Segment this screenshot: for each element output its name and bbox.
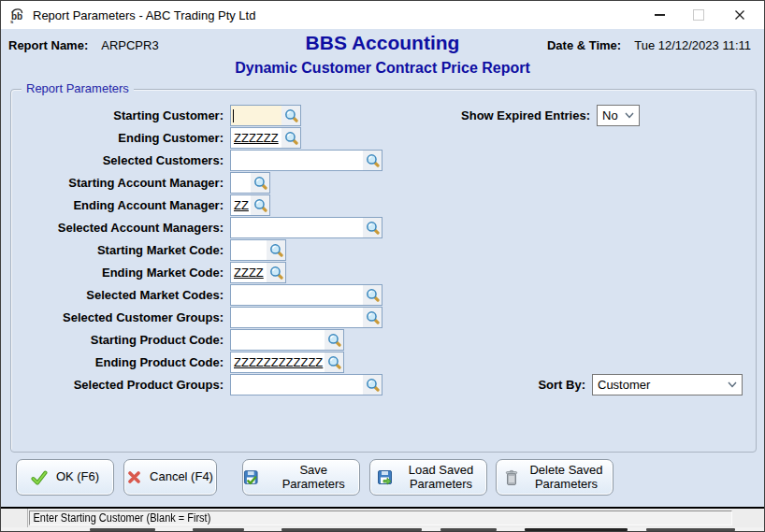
- field-label: Starting Account Manager:: [10, 176, 230, 190]
- ending-market-code-input[interactable]: ZZZZ: [230, 262, 286, 283]
- screen-edge-artifact: [1, 527, 764, 532]
- selected-customer-groups-input[interactable]: [230, 307, 382, 328]
- lookup-button[interactable]: [325, 330, 343, 350]
- report-parameters-window: bb s Report Parameters - ABC Trading Pty…: [0, 0, 765, 532]
- check-icon: [31, 470, 48, 485]
- show-expired-dropdown[interactable]: No: [597, 105, 640, 126]
- selected-product-groups-input[interactable]: [230, 374, 382, 395]
- selected-account-managers-input[interactable]: [230, 217, 382, 238]
- field-label: Selected Market Codes:: [10, 288, 230, 302]
- field-label: Starting Market Code:: [10, 243, 230, 257]
- chevron-down-icon: [728, 381, 737, 388]
- ending-customer-input[interactable]: ZZZZZZ: [230, 127, 301, 149]
- show-expired-label: Show Expired Entries:: [375, 105, 590, 126]
- cross-icon: [127, 470, 141, 484]
- statusbar-left-panel: [1, 509, 28, 527]
- magnifier-icon: [269, 266, 283, 280]
- bbs-app-icon: bb s: [9, 7, 25, 23]
- magnifier-icon: [366, 153, 380, 167]
- lookup-button[interactable]: [251, 173, 269, 193]
- field-label: Starting Product Code:: [10, 333, 230, 347]
- field-label: Ending Customer:: [10, 131, 230, 145]
- load-saved-parameters-button[interactable]: Load Saved Parameters: [369, 459, 487, 496]
- save-parameters-button[interactable]: Save Parameters: [242, 459, 360, 496]
- load-disk-icon: [377, 469, 394, 486]
- magnifier-icon: [327, 355, 341, 369]
- field-row: Ending Customer: ZZZZZZ: [10, 127, 301, 149]
- lookup-button[interactable]: [363, 218, 382, 237]
- cancel-button[interactable]: Cancel (F4): [123, 459, 217, 496]
- ok-button[interactable]: OK (F6): [16, 459, 114, 496]
- field-row: Starting Product Code:: [10, 329, 344, 351]
- starting-customer-input[interactable]: [230, 105, 301, 126]
- ending-product-code-input[interactable]: ZZZZZZZZZZZZ: [230, 352, 344, 373]
- lookup-button[interactable]: [363, 285, 382, 305]
- selected-market-codes-input[interactable]: [230, 284, 382, 306]
- text-caret: [233, 109, 234, 122]
- field-label: Starting Customer:: [10, 108, 230, 122]
- magnifier-icon: [366, 288, 380, 302]
- selected-customers-input[interactable]: [230, 150, 382, 171]
- magnifier-icon: [366, 378, 380, 392]
- field-row: Selected Product Groups:: [10, 374, 382, 395]
- sort-by-value: Customer: [598, 378, 650, 392]
- magnifier-icon: [284, 108, 298, 122]
- field-row: Selected Customer Groups:: [10, 307, 382, 328]
- lookup-button[interactable]: [325, 352, 343, 372]
- field-row: Selected Customers:: [10, 150, 382, 171]
- starting-market-code-input[interactable]: [230, 239, 286, 261]
- starting-product-code-input[interactable]: [230, 329, 344, 351]
- field-label: Selected Account Managers:: [10, 221, 230, 235]
- field-row: Ending Product Code: ZZZZZZZZZZZZ: [10, 352, 344, 373]
- maximize-icon: [693, 9, 704, 21]
- title-bar: bb s Report Parameters - ABC Trading Pty…: [1, 1, 764, 29]
- status-bar: Enter Starting Customer (Blank = First): [1, 509, 764, 527]
- field-row: Selected Market Codes:: [10, 284, 382, 306]
- close-icon: [734, 9, 745, 21]
- lookup-button[interactable]: [251, 195, 269, 215]
- magnifier-icon: [253, 198, 267, 212]
- save-disk-icon: [243, 469, 259, 486]
- magnifier-icon: [327, 333, 341, 347]
- field-row: Starting Market Code:: [10, 239, 286, 261]
- field-row: Ending Market Code: ZZZZ: [10, 262, 286, 283]
- delete-saved-parameters-button[interactable]: Delete Saved Parameters: [496, 459, 613, 496]
- status-text: Enter Starting Customer (Blank = First): [30, 511, 210, 525]
- starting-account-manager-input[interactable]: [230, 172, 270, 194]
- field-row: Starting Account Manager:: [10, 172, 270, 194]
- magnifier-icon: [269, 243, 283, 257]
- magnifier-icon: [366, 221, 380, 235]
- field-label: Selected Product Groups:: [10, 378, 230, 392]
- magnifier-icon: [253, 176, 267, 190]
- show-expired-value: No: [602, 108, 618, 122]
- field-row: Ending Account Manager: ZZ: [10, 194, 270, 216]
- lookup-button[interactable]: [267, 263, 285, 282]
- magnifier-icon: [366, 310, 380, 324]
- lookup-button[interactable]: [281, 106, 300, 125]
- lookup-button[interactable]: [267, 240, 285, 260]
- window-title: Report Parameters - ABC Trading Pty Ltd: [33, 8, 255, 22]
- field-label: Selected Customers:: [10, 153, 230, 167]
- chevron-down-icon: [625, 112, 634, 119]
- magnifier-icon: [284, 131, 298, 145]
- app-title: BBS Accounting: [1, 32, 764, 54]
- maximize-button[interactable]: [685, 1, 713, 29]
- trash-icon: [504, 469, 519, 486]
- minimize-button[interactable]: [645, 1, 673, 29]
- groupbox-label: Report Parameters: [22, 81, 134, 95]
- status-message-box: Enter Starting Customer (Blank = First): [29, 510, 732, 525]
- lookup-button[interactable]: [363, 308, 382, 327]
- field-label: Selected Customer Groups:: [10, 310, 230, 324]
- lookup-button[interactable]: [281, 128, 300, 148]
- minimize-icon: [655, 14, 665, 16]
- close-button[interactable]: [726, 1, 754, 29]
- field-label: Ending Market Code:: [10, 266, 230, 280]
- field-row: Selected Account Managers:: [10, 217, 382, 238]
- field-row: Starting Customer:: [10, 105, 301, 126]
- sort-by-label: Sort By:: [450, 374, 585, 395]
- ending-account-manager-input[interactable]: ZZ: [230, 194, 270, 216]
- sort-by-dropdown[interactable]: Customer: [592, 374, 743, 395]
- lookup-button[interactable]: [363, 151, 382, 170]
- lookup-button[interactable]: [363, 375, 382, 395]
- field-label: Ending Account Manager:: [10, 198, 230, 212]
